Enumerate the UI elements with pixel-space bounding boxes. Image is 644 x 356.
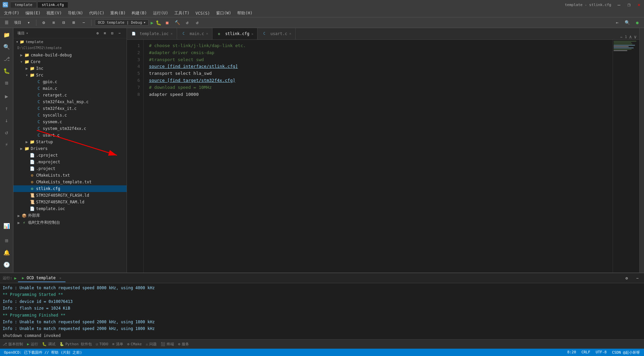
bt-python[interactable]: 🐍 Python 软件包 <box>59 342 92 347</box>
toolbar-menu-icon[interactable]: ☰ <box>3 19 11 27</box>
expand-icon[interactable]: ⊞ <box>1 235 12 246</box>
tab-close-icon[interactable]: ✕ <box>171 32 173 35</box>
tab-close-icon[interactable]: ✕ <box>251 32 253 36</box>
menu-code[interactable]: 代码(C) <box>87 10 107 17</box>
config-icon[interactable]: ⊞ <box>70 19 78 27</box>
bt-services[interactable]: ⚙ 服务 <box>178 342 189 347</box>
bt-debug[interactable]: 🐛 调试 <box>42 342 55 347</box>
tree-item-main[interactable]: ▶ C main.c <box>13 85 127 92</box>
explorer-align-icon[interactable]: ≡ <box>102 30 108 36</box>
tree-item-hal-msp[interactable]: ▶ C stm32f4xx_hal_msp.c <box>13 99 127 105</box>
tree-item-drivers[interactable]: ▶ 📁 Drivers <box>13 145 127 152</box>
tree-item-it[interactable]: ▶ C stm32f4xx_it.c <box>13 105 127 112</box>
bt-list[interactable]: ≡ 清单 <box>112 342 123 347</box>
tree-item-project[interactable]: ▶ 📄 .project <box>13 165 127 172</box>
tree-item-core[interactable]: ▾ 📁 Core <box>13 58 127 65</box>
menu-tools[interactable]: 工具(T) <box>172 10 192 17</box>
stop-button[interactable]: ■ <box>163 19 171 27</box>
tab-stlink-cfg[interactable]: ⚙ stlink.cfg ✕ <box>212 28 258 39</box>
tree-item-usart[interactable]: ▶ C usart.c <box>13 132 127 139</box>
clock-icon[interactable]: 🕐 <box>1 259 12 270</box>
tree-item-cproject[interactable]: ▶ 📄 .cproject <box>13 152 127 159</box>
bt-run[interactable]: ▶ 运行 <box>27 342 38 347</box>
bt-version-control[interactable]: ⎇ 版本控制 <box>3 342 23 347</box>
run-configuration[interactable]: OCD template | Debug ▾ <box>95 19 149 26</box>
profile-icon[interactable]: ● <box>633 19 641 27</box>
title-tab-template[interactable]: template <box>11 2 36 8</box>
structure-icon[interactable]: ⊞ <box>1 77 12 88</box>
build-button[interactable]: 🔨 <box>173 19 181 27</box>
tree-item-retarget[interactable]: ▶ C retarget.c <box>13 92 127 99</box>
tree-item-mxproject[interactable]: ▶ 📄 .mxproject <box>13 159 127 165</box>
panel-close-icon[interactable]: − <box>633 274 641 282</box>
debug-button[interactable]: 🐛 <box>156 20 161 25</box>
tree-item-inc[interactable]: ▶ 📁 Inc <box>13 65 127 72</box>
menu-view[interactable]: 视图(V) <box>44 10 64 17</box>
run-button[interactable]: ▶ <box>151 20 153 25</box>
menu-window[interactable]: 窗口(W) <box>213 10 234 17</box>
menu-edit[interactable]: 编辑(E) <box>23 10 43 17</box>
minus-icon[interactable]: − <box>80 19 88 27</box>
menu-run[interactable]: 运行(U) <box>150 10 171 17</box>
refresh-sidebar-icon[interactable]: ↺ <box>1 127 12 138</box>
tree-item-sysmem[interactable]: ▶ C sysmem.c <box>13 119 127 125</box>
maximize-btn[interactable]: ❐ <box>627 2 631 7</box>
chart-icon[interactable]: 📊 <box>1 220 12 231</box>
notification-icon[interactable]: 🔔 <box>1 247 12 258</box>
menu-file[interactable]: 文件(F) <box>1 10 22 17</box>
tab-main-c[interactable]: C main.c ✕ <box>177 28 212 39</box>
tab-close-icon[interactable]: ✕ <box>289 32 291 35</box>
bt-terminal[interactable]: ⬛ 终端 <box>161 342 174 347</box>
explorer-more-icon[interactable]: − <box>117 30 123 36</box>
tree-item-system[interactable]: ▶ C system_stm32f4xx.c <box>13 125 127 132</box>
tree-item-cmake-template[interactable]: ▶ ⚙ CMakeLists_template.txt <box>13 179 127 185</box>
menu-refactor[interactable]: 重构(B) <box>108 10 128 17</box>
title-tab-stlink[interactable]: stlink.cfg <box>38 2 68 8</box>
down-icon[interactable]: ↓ <box>1 115 12 126</box>
tree-item-flash-ld[interactable]: ▶ 📜 STM32F405RGTX_FLASH.ld <box>13 192 127 199</box>
explorer-settings-icon[interactable]: ⚙ <box>95 30 101 36</box>
menu-vcs[interactable]: VCS(S) <box>193 10 212 16</box>
toolbar-dropdown[interactable]: ▾ <box>25 19 33 27</box>
tree-item-startup[interactable]: ▶ 📁 Startup <box>13 139 127 145</box>
menu-build[interactable]: 构建(B) <box>129 10 150 17</box>
tab-usart-c[interactable]: C usart.c ✕ <box>258 28 296 39</box>
back-icon[interactable]: ← <box>613 19 621 27</box>
tree-item-cmake[interactable]: ▶ ⚙ CMakeLists.txt <box>13 172 127 179</box>
tree-item-src[interactable]: ▾ 📁 Src <box>13 72 127 78</box>
tree-item-ram-ld[interactable]: ▶ 📜 STM32F405RGTX_RAM.ld <box>13 199 127 205</box>
tree-item-gpio[interactable]: ▶ C gpio.c <box>13 78 127 85</box>
bt-todo[interactable]: ☑ TODO <box>96 342 108 346</box>
tree-item-stlink[interactable]: ▶ ⚙ stlink.cfg <box>13 185 127 192</box>
more-button[interactable]: ↺ <box>193 19 201 27</box>
git-icon[interactable]: ⎇ <box>1 53 12 64</box>
tab-close-icon[interactable]: ✕ <box>206 32 208 35</box>
settings-icon[interactable]: ⚙ <box>40 19 48 27</box>
tree-item-external-libs[interactable]: ▶ 📦 外部库 <box>13 212 127 219</box>
search-sidebar-icon[interactable]: 🔍 <box>1 41 12 52</box>
explorer-layout-icon[interactable]: ⊡ <box>109 30 115 36</box>
panel-settings-icon[interactable]: ⚙ <box>623 274 631 282</box>
tab-template-ioc[interactable]: 📄 template.ioc ✕ <box>127 28 177 39</box>
layout-icon[interactable]: ⊟ <box>60 19 68 27</box>
reload-button[interactable]: ↺ <box>183 19 191 27</box>
bt-cmake[interactable]: ⚙ CMake <box>127 342 142 346</box>
close-btn[interactable]: ✕ <box>637 2 641 7</box>
run-sidebar-icon[interactable]: ▶ <box>1 91 12 102</box>
panel-tab-ocd[interactable]: ▶ OCD template ✕ <box>18 274 65 282</box>
minimize-btn[interactable]: — <box>617 2 621 7</box>
debug-sidebar-icon[interactable]: 🐛 <box>1 65 12 76</box>
menu-help[interactable]: 帮助(H) <box>234 10 255 17</box>
bt-problems[interactable]: ⚠ 问题 <box>146 342 157 347</box>
code-editor[interactable]: # choose st-link/j-link/dap-link etc. #a… <box>144 40 613 273</box>
tree-item-syscalls[interactable]: ▶ C syscalls.c <box>13 112 127 119</box>
explorer-icon[interactable]: 📁 <box>1 29 12 40</box>
tree-item-temp-files[interactable]: ▶ ⚡ 临时文件和控制台 <box>13 219 127 226</box>
tree-item-cmake-build[interactable]: ▶ 📁 cmake-build-debug <box>13 52 127 58</box>
menu-nav[interactable]: 导航(N) <box>65 10 86 17</box>
up-icon[interactable]: ↑ <box>1 103 12 114</box>
search-icon[interactable]: 🔍 <box>623 19 631 27</box>
close-icon[interactable]: ✕ <box>59 276 61 280</box>
plug-icon[interactable]: ⚡ <box>1 139 12 150</box>
align-icon[interactable]: ≡ <box>50 19 58 27</box>
